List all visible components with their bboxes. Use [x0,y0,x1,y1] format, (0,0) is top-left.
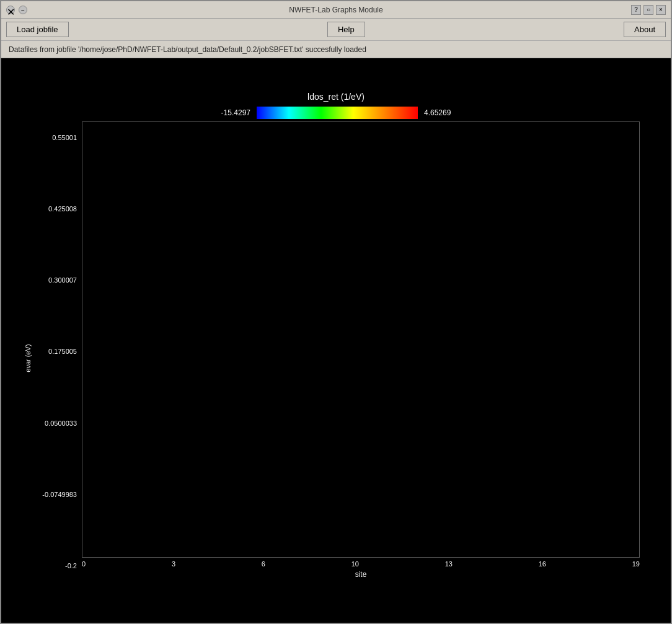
x-tick-2: 6 [262,560,265,568]
menu-center: Help [69,22,624,37]
menu-bar: Load jobfile Help About [1,19,671,41]
y-tick-5: -0.0749983 [42,491,77,498]
colorbar-max: 4.65269 [424,108,451,117]
y-tick-6: -0.2 [65,562,77,569]
x-tick-4: 13 [445,560,453,568]
y-tick-0: 0.55001 [52,134,77,141]
x-ticks: 0 3 6 10 13 16 19 [82,558,640,570]
colorbar-section: ldos_ret (1/eV) -15.4297 4.65269 [32,87,640,121]
y-tick-4: 0.0500033 [45,420,77,427]
y-tick-2: 0.300007 [48,276,77,284]
x-tick-6: 19 [632,560,640,568]
title-right-buttons: ? ○ × [631,5,666,15]
load-jobfile-button[interactable]: Load jobfile [6,22,69,37]
plot-title: ldos_ret (1/eV) [307,92,365,102]
window-controls: ✕ − [6,6,27,14]
plot-container: ldos_ret (1/eV) -15.4297 4.65269 evar (e… [32,87,640,595]
x-tick-3: 10 [351,560,359,568]
y-axis: evar (eV) 0.55001 0.425008 0.300007 0.17… [32,121,82,595]
y-tick-3: 0.175005 [48,348,77,355]
main-window: ✕ − NWFET-Lab Graphs Module ? ○ × Load j… [0,0,672,624]
colorbar-row: -15.4297 4.65269 [221,107,451,119]
chart-main: 0 3 6 10 13 16 19 site [82,121,640,595]
x-axis-label: site [82,570,640,579]
chart-body: evar (eV) 0.55001 0.425008 0.300007 0.17… [32,121,640,595]
status-bar: Datafiles from jobfile '/home/jose/PhD/N… [1,41,671,58]
heatmap-canvas [82,122,639,557]
y-axis-label: evar (eV) [24,344,32,372]
status-message: Datafiles from jobfile '/home/jose/PhD/N… [9,45,366,54]
about-button[interactable]: About [624,22,666,37]
colorbar [257,107,418,119]
window-title: NWFET-Lab Graphs Module [289,6,382,14]
y-tick-1: 0.425008 [48,205,77,213]
x-tick-0: 0 [82,560,86,568]
colorbar-min: -15.4297 [221,108,250,117]
help-button[interactable]: Help [327,22,365,37]
x-axis: 0 3 6 10 13 16 19 site [82,558,640,595]
minimize-btn[interactable]: − [19,6,27,14]
menu-right: About [624,22,666,37]
close-icon[interactable]: × [656,5,666,15]
heatmap-wrapper [82,121,640,558]
x-tick-1: 3 [172,560,175,568]
plot-area: ldos_ret (1/eV) -15.4297 4.65269 evar (e… [1,58,671,623]
settings-icon[interactable]: ○ [643,5,653,15]
title-bar: ✕ − NWFET-Lab Graphs Module ? ○ × [1,1,671,19]
x-tick-5: 16 [539,560,546,568]
close-btn[interactable]: ✕ [6,6,15,14]
help-icon[interactable]: ? [631,5,641,15]
